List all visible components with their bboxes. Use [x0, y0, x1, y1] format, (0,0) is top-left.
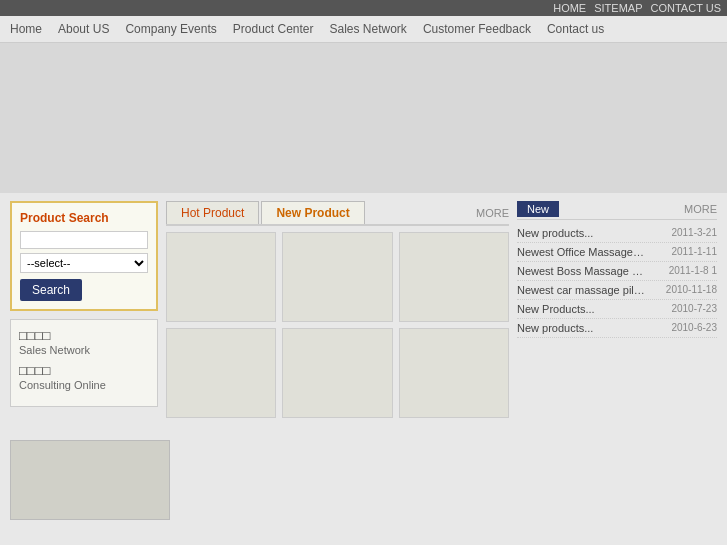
product-search-title: Product Search — [20, 211, 148, 225]
news-date-4: 2010-7-23 — [671, 303, 717, 315]
top-bar-sitemap[interactable]: SITEMAP — [594, 2, 642, 14]
tab-new-product[interactable]: New Product — [261, 201, 364, 224]
top-bar-contact[interactable]: CONTACT US — [651, 2, 722, 14]
nav-contact[interactable]: Contact us — [547, 22, 604, 36]
top-bar: HOME SITEMAP CONTACT US — [0, 0, 727, 16]
news-item-0[interactable]: New products... 2011-3-21 — [517, 224, 717, 243]
news-item-4[interactable]: New Products... 2010-7-23 — [517, 300, 717, 319]
sidebar-consulting[interactable]: □□□□ Consulting Online — [19, 363, 149, 392]
nav-feedback[interactable]: Customer Feedback — [423, 22, 531, 36]
news-date-1: 2011-1-11 — [671, 246, 717, 258]
sidebar-consulting-label: Consulting Online — [19, 379, 106, 391]
nav-events[interactable]: Company Events — [125, 22, 216, 36]
top-bar-home[interactable]: HOME — [553, 2, 586, 14]
news-title-0: New products... — [517, 227, 647, 239]
tab-hot-product[interactable]: Hot Product — [166, 201, 259, 224]
product-cell-5[interactable] — [282, 328, 392, 418]
news-title-5: New products... — [517, 322, 647, 334]
content: Product Search --select-- Search □□□□ Sa… — [0, 193, 727, 432]
category-select[interactable]: --select-- — [20, 253, 148, 273]
news-title-1: Newest Office Massage Chair... — [517, 246, 647, 258]
news-item-1[interactable]: Newest Office Massage Chair... 2011-1-11 — [517, 243, 717, 262]
sidebar-sales-label: Sales Network — [19, 344, 90, 356]
news-list: New products... 2011-3-21 Newest Office … — [517, 224, 717, 338]
right-panel: New MORE New products... 2011-3-21 Newes… — [517, 201, 717, 424]
nav-products[interactable]: Product Center — [233, 22, 314, 36]
nav-home[interactable]: Home — [10, 22, 42, 36]
news-tab-label: New — [517, 201, 559, 217]
sidebar-consulting-cjk: □□□□ — [19, 363, 149, 378]
sidebar-sales-cjk: □□□□ — [19, 328, 149, 343]
search-button[interactable]: Search — [20, 279, 82, 301]
news-item-3[interactable]: Newest car massage pillow... 2010-11-18 — [517, 281, 717, 300]
news-item-5[interactable]: New products... 2010-6-23 — [517, 319, 717, 338]
main-center: Hot Product New Product MORE — [166, 201, 509, 424]
news-date-2: 2011-1-8 1 — [669, 265, 717, 277]
news-date-0: 2011-3-21 — [671, 227, 717, 239]
news-title-2: Newest Boss Massage Chair... — [517, 265, 647, 277]
main-nav: Home About US Company Events Product Cen… — [0, 16, 727, 43]
news-title-3: Newest car massage pillow... — [517, 284, 647, 296]
bottom-image — [10, 440, 170, 520]
product-tabs: Hot Product New Product MORE — [166, 201, 509, 226]
product-cell-3[interactable] — [399, 232, 509, 322]
search-input[interactable] — [20, 231, 148, 249]
news-title-4: New Products... — [517, 303, 647, 315]
news-more[interactable]: MORE — [684, 203, 717, 215]
product-cell-6[interactable] — [399, 328, 509, 418]
news-date-3: 2010-11-18 — [666, 284, 717, 296]
sidebar: Product Search --select-- Search □□□□ Sa… — [10, 201, 158, 424]
nav-sales[interactable]: Sales Network — [330, 22, 407, 36]
sidebar-links: □□□□ Sales Network □□□□ Consulting Onlin… — [10, 319, 158, 407]
product-cell-4[interactable] — [166, 328, 276, 418]
nav-about[interactable]: About US — [58, 22, 109, 36]
product-grid — [166, 232, 509, 418]
product-cell-1[interactable] — [166, 232, 276, 322]
news-item-2[interactable]: Newest Boss Massage Chair... 2011-1-8 1 — [517, 262, 717, 281]
bottom-area — [0, 432, 727, 528]
tab-more[interactable]: MORE — [476, 207, 509, 219]
banner — [0, 43, 727, 193]
news-header: New MORE — [517, 201, 717, 220]
product-cell-2[interactable] — [282, 232, 392, 322]
sidebar-sales-network[interactable]: □□□□ Sales Network — [19, 328, 149, 357]
product-search-box: Product Search --select-- Search — [10, 201, 158, 311]
news-date-5: 2010-6-23 — [671, 322, 717, 334]
